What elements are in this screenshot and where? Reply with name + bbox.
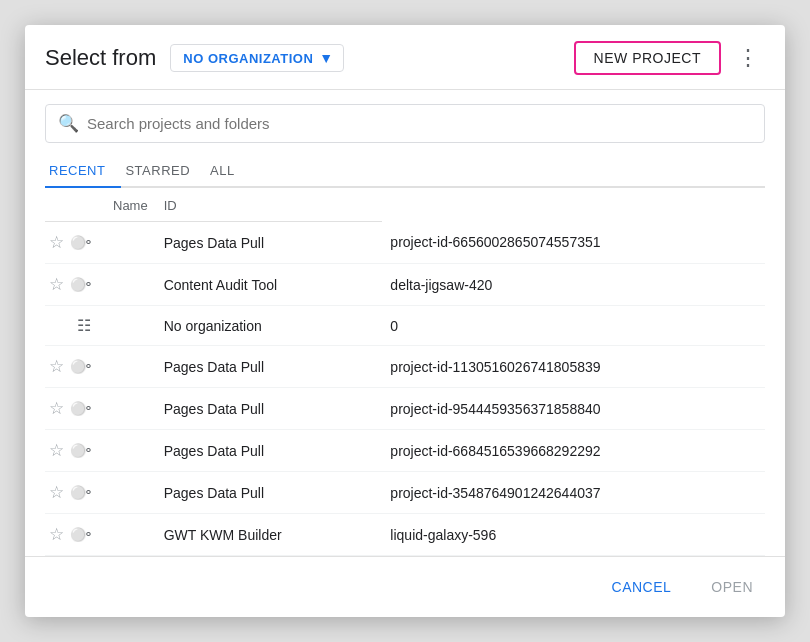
- row-id: delta-jigsaw-420: [382, 264, 765, 306]
- star-icon[interactable]: ☆: [49, 356, 64, 377]
- people-icon: ⚪⚬: [70, 527, 91, 542]
- row-id: liquid-galaxy-596: [382, 514, 765, 556]
- cancel-button[interactable]: CANCEL: [600, 571, 684, 603]
- tab-starred[interactable]: STARRED: [121, 155, 206, 188]
- people-icon: ⚪⚬: [70, 485, 91, 500]
- row-name: No organization: [156, 306, 383, 346]
- star-icon[interactable]: ☆: [49, 482, 64, 503]
- projects-table-container: Name ID ☆⚪⚬Pages Data Pullproject-id-665…: [45, 188, 765, 556]
- row-id: project-id-9544459356371858840: [382, 388, 765, 430]
- search-icon: 🔍: [58, 113, 79, 134]
- org-dropdown-label: NO ORGANIZATION: [183, 51, 313, 66]
- table-row[interactable]: ☆⚪⚬Pages Data Pullproject-id-66845165396…: [45, 430, 765, 472]
- row-icons: ☆⚪⚬: [49, 482, 109, 503]
- dialog-header: Select from NO ORGANIZATION ▼ NEW PROJEC…: [25, 25, 785, 90]
- row-icons: ☆⚪⚬: [49, 232, 109, 253]
- row-icons: ☷: [49, 316, 109, 335]
- new-project-button[interactable]: NEW PROJECT: [574, 41, 721, 75]
- tab-all[interactable]: ALL: [206, 155, 251, 188]
- org-dropdown[interactable]: NO ORGANIZATION ▼: [170, 44, 344, 72]
- row-name: Content Audit Tool: [156, 264, 383, 306]
- row-id: project-id-6684516539668292292: [382, 430, 765, 472]
- star-icon[interactable]: ☆: [49, 524, 64, 545]
- row-name: Pages Data Pull: [156, 346, 383, 388]
- table-row[interactable]: ☆⚪⚬Pages Data Pullproject-id-11305160267…: [45, 346, 765, 388]
- dialog-footer: CANCEL OPEN: [25, 556, 785, 617]
- search-bar: 🔍: [45, 104, 765, 143]
- header-left: Select from NO ORGANIZATION ▼: [45, 44, 344, 72]
- row-name: Pages Data Pull: [156, 388, 383, 430]
- row-icons: ☆⚪⚬: [49, 356, 109, 377]
- search-input[interactable]: [87, 115, 752, 132]
- people-icon: ⚪⚬: [70, 359, 91, 374]
- open-button[interactable]: OPEN: [699, 571, 765, 603]
- col-header-id: ID: [156, 188, 383, 222]
- col-header-name: Name: [45, 188, 156, 222]
- row-id: project-id-1130516026741805839: [382, 346, 765, 388]
- row-id: 0: [382, 306, 765, 346]
- row-icons: ☆⚪⚬: [49, 274, 109, 295]
- people-icon: ⚪⚬: [70, 401, 91, 416]
- row-name: Pages Data Pull: [156, 430, 383, 472]
- row-icons: ☆⚪⚬: [49, 398, 109, 419]
- select-from-label: Select from: [45, 45, 156, 71]
- row-icons: ☆⚪⚬: [49, 524, 109, 545]
- star-icon[interactable]: ☆: [49, 274, 64, 295]
- people-icon: ⚪⚬: [70, 443, 91, 458]
- star-icon[interactable]: ☆: [49, 440, 64, 461]
- tabs-container: RECENT STARRED ALL: [45, 155, 765, 188]
- grid-icon: ☷: [77, 316, 91, 335]
- table-row[interactable]: ☆⚪⚬Pages Data Pullproject-id-66560028650…: [45, 222, 765, 264]
- row-name: Pages Data Pull: [156, 472, 383, 514]
- table-row[interactable]: ☆⚪⚬Content Audit Tooldelta-jigsaw-420: [45, 264, 765, 306]
- table-row[interactable]: ☷No organization0: [45, 306, 765, 346]
- people-icon: ⚪⚬: [70, 235, 91, 250]
- row-name: Pages Data Pull: [156, 222, 383, 264]
- people-icon: ⚪⚬: [70, 277, 91, 292]
- table-row[interactable]: ☆⚪⚬GWT KWM Builderliquid-galaxy-596: [45, 514, 765, 556]
- star-icon[interactable]: ☆: [49, 232, 64, 253]
- row-name: GWT KWM Builder: [156, 514, 383, 556]
- table-row[interactable]: ☆⚪⚬Pages Data Pullproject-id-95444593563…: [45, 388, 765, 430]
- header-right: NEW PROJECT ⋮: [574, 41, 765, 75]
- table-row[interactable]: ☆⚪⚬Pages Data Pullproject-id-35487649012…: [45, 472, 765, 514]
- more-options-button[interactable]: ⋮: [731, 43, 765, 73]
- projects-table: Name ID ☆⚪⚬Pages Data Pullproject-id-665…: [45, 188, 765, 556]
- row-id: project-id-6656002865074557351: [382, 222, 765, 264]
- star-icon[interactable]: ☆: [49, 398, 64, 419]
- project-select-dialog: Select from NO ORGANIZATION ▼ NEW PROJEC…: [25, 25, 785, 617]
- chevron-down-icon: ▼: [319, 50, 333, 66]
- row-icons: ☆⚪⚬: [49, 440, 109, 461]
- row-id: project-id-3548764901242644037: [382, 472, 765, 514]
- tab-recent[interactable]: RECENT: [45, 155, 121, 188]
